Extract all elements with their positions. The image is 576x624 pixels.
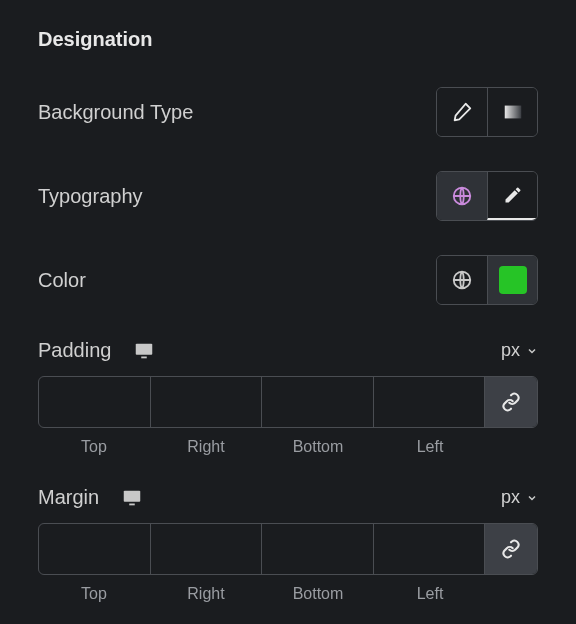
brush-icon bbox=[451, 101, 473, 123]
margin-bottom-label: Bottom bbox=[262, 585, 374, 603]
responsive-button[interactable] bbox=[133, 340, 155, 362]
chevron-down-icon bbox=[526, 345, 538, 357]
section-heading: Designation bbox=[38, 28, 538, 51]
margin-header: Margin px bbox=[38, 486, 538, 509]
background-gradient-button[interactable] bbox=[487, 88, 537, 136]
padding-unit-select[interactable]: px bbox=[501, 340, 538, 361]
typography-global-button[interactable] bbox=[437, 172, 487, 220]
margin-section: Margin px bbox=[38, 486, 538, 603]
padding-section: Padding px bbox=[38, 339, 538, 456]
margin-link-button[interactable] bbox=[485, 524, 537, 574]
margin-label: Margin bbox=[38, 486, 99, 509]
background-type-toggle bbox=[436, 87, 538, 137]
link-icon bbox=[501, 392, 521, 412]
padding-left-label: Left bbox=[374, 438, 486, 456]
margin-top-label: Top bbox=[38, 585, 150, 603]
svg-rect-6 bbox=[129, 503, 135, 505]
color-global-button[interactable] bbox=[437, 256, 487, 304]
padding-top-label: Top bbox=[38, 438, 150, 456]
color-row: Color bbox=[38, 255, 538, 305]
typography-controls bbox=[436, 171, 538, 221]
margin-top-input[interactable] bbox=[39, 524, 150, 574]
link-icon bbox=[501, 539, 521, 559]
padding-header: Padding px bbox=[38, 339, 538, 362]
background-classic-button[interactable] bbox=[437, 88, 487, 136]
padding-bottom-label: Bottom bbox=[262, 438, 374, 456]
background-type-row: Background Type bbox=[38, 87, 538, 137]
padding-bottom-input[interactable] bbox=[262, 377, 373, 427]
color-picker-button[interactable] bbox=[487, 256, 537, 304]
background-type-label: Background Type bbox=[38, 101, 193, 124]
margin-unit-select[interactable]: px bbox=[501, 487, 538, 508]
padding-top-input[interactable] bbox=[39, 377, 150, 427]
margin-unit-value: px bbox=[501, 487, 520, 508]
padding-link-button[interactable] bbox=[485, 377, 537, 427]
typography-edit-button[interactable] bbox=[487, 172, 537, 220]
svg-rect-5 bbox=[124, 490, 141, 501]
margin-right-label: Right bbox=[150, 585, 262, 603]
padding-right-label: Right bbox=[150, 438, 262, 456]
margin-right-input[interactable] bbox=[151, 524, 262, 574]
pencil-icon bbox=[503, 185, 523, 205]
color-swatch bbox=[499, 266, 527, 294]
gradient-icon bbox=[502, 101, 524, 123]
svg-rect-0 bbox=[504, 106, 521, 119]
chevron-down-icon bbox=[526, 492, 538, 504]
globe-icon bbox=[451, 185, 473, 207]
color-controls bbox=[436, 255, 538, 305]
padding-left-input[interactable] bbox=[374, 377, 485, 427]
margin-inputs bbox=[38, 523, 538, 575]
typography-label: Typography bbox=[38, 185, 143, 208]
margin-left-label: Left bbox=[374, 585, 486, 603]
padding-unit-value: px bbox=[501, 340, 520, 361]
padding-right-input[interactable] bbox=[151, 377, 262, 427]
padding-label: Padding bbox=[38, 339, 111, 362]
margin-bottom-input[interactable] bbox=[262, 524, 373, 574]
padding-inputs bbox=[38, 376, 538, 428]
padding-side-labels: Top Right Bottom Left bbox=[38, 438, 538, 456]
svg-rect-4 bbox=[142, 356, 148, 358]
margin-left-input[interactable] bbox=[374, 524, 485, 574]
margin-side-labels: Top Right Bottom Left bbox=[38, 585, 538, 603]
typography-row: Typography bbox=[38, 171, 538, 221]
svg-rect-3 bbox=[136, 343, 153, 354]
desktop-icon bbox=[133, 340, 155, 362]
desktop-icon bbox=[121, 487, 143, 509]
color-label: Color bbox=[38, 269, 86, 292]
globe-icon bbox=[451, 269, 473, 291]
responsive-button[interactable] bbox=[121, 487, 143, 509]
